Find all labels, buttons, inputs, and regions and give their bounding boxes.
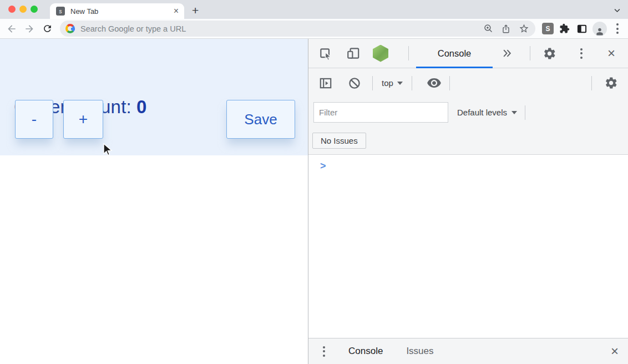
side-panel-icon[interactable] — [575, 21, 589, 37]
extension-badge[interactable]: S — [542, 23, 554, 34]
clear-console-icon[interactable] — [347, 75, 362, 91]
filter-input[interactable] — [313, 102, 448, 123]
tab-title: New Tab — [70, 7, 174, 16]
tab-strip: s New Tab × + — [0, 0, 628, 19]
drawer-tab-console[interactable]: Console — [348, 346, 383, 357]
more-tabs-icon[interactable] — [499, 46, 515, 61]
filter-row: Default levels — [313, 102, 628, 123]
devtools-drawer: Console Issues × — [308, 338, 628, 364]
browser-tab[interactable]: s New Tab × — [50, 3, 184, 19]
increment-button[interactable]: + — [63, 100, 103, 139]
chevron-down-icon[interactable] — [613, 6, 621, 17]
console-toolbar: top Defaul — [308, 68, 628, 155]
node-icon[interactable] — [373, 46, 388, 61]
browser-toolbar: S — [0, 19, 628, 39]
browser-menu-kebab-icon[interactable] — [610, 21, 625, 37]
divider — [591, 76, 592, 90]
divider — [449, 76, 450, 90]
console-prompt-icon[interactable]: > — [320, 160, 326, 172]
log-levels-label: Default levels — [457, 108, 507, 117]
divider — [408, 46, 409, 60]
mouse-cursor — [103, 143, 113, 159]
eye-icon[interactable] — [427, 75, 442, 91]
drawer-menu-kebab-icon[interactable] — [323, 346, 325, 357]
drawer-close-icon[interactable]: × — [611, 345, 619, 358]
active-tab-underline — [416, 67, 493, 68]
tab-favicon: s — [56, 7, 65, 16]
save-button[interactable]: Save — [226, 100, 295, 139]
profile-icon[interactable] — [592, 21, 607, 37]
divider — [530, 46, 530, 60]
tab-console-label: Console — [438, 48, 472, 59]
count-value: 0 — [136, 97, 147, 117]
new-tab-button[interactable]: + — [192, 4, 199, 16]
decrement-button[interactable]: - — [15, 100, 53, 139]
counter-panel: Current count:0 - + Save — [0, 39, 308, 155]
address-input[interactable] — [80, 24, 478, 33]
chevron-down-icon — [397, 82, 403, 85]
close-window-light[interactable] — [8, 6, 16, 13]
log-levels-dropdown[interactable]: Default levels — [457, 108, 517, 117]
devtools-panel: Console × — [308, 39, 628, 364]
avatar — [592, 22, 607, 36]
devtools-tabbar: Console × — [308, 39, 628, 68]
star-icon[interactable] — [516, 22, 531, 36]
console-toolbar-row: top — [308, 68, 628, 98]
puzzle-icon[interactable] — [557, 21, 571, 37]
forward-icon[interactable] — [22, 21, 37, 37]
content-area: Current count:0 - + Save — [0, 39, 628, 364]
no-issues-button[interactable]: No Issues — [312, 133, 366, 149]
context-selector[interactable]: top — [382, 78, 403, 88]
tab-console[interactable]: Console — [416, 39, 493, 68]
omnibox[interactable] — [60, 21, 535, 37]
divider — [525, 105, 525, 120]
zoom-in-icon[interactable] — [481, 22, 495, 36]
device-toolbar-icon[interactable] — [346, 46, 361, 61]
console-output[interactable]: > — [308, 155, 628, 338]
tab-close-icon[interactable]: × — [174, 7, 179, 16]
reload-icon[interactable] — [40, 21, 54, 37]
traffic-lights — [8, 6, 38, 13]
google-g-icon — [65, 24, 75, 33]
chevron-down-icon — [511, 111, 517, 114]
back-icon[interactable] — [4, 21, 19, 37]
share-icon[interactable] — [499, 22, 513, 36]
browser-window: s New Tab × + — [0, 0, 628, 364]
console-settings-gear-icon[interactable] — [603, 75, 619, 91]
web-page: Current count:0 - + Save — [0, 39, 308, 364]
minimize-window-light[interactable] — [19, 6, 27, 13]
drawer-tab-issues[interactable]: Issues — [406, 346, 433, 357]
context-label: top — [382, 78, 393, 88]
divider — [412, 76, 412, 90]
devtools-menu-kebab-icon[interactable] — [574, 46, 589, 61]
devtools-close-icon[interactable]: × — [604, 46, 619, 61]
settings-gear-icon[interactable] — [541, 46, 557, 61]
inspect-icon[interactable] — [318, 46, 333, 61]
issues-row: No Issues — [312, 133, 628, 149]
sidebar-toggle-icon[interactable] — [318, 75, 333, 91]
maximize-window-light[interactable] — [31, 6, 38, 13]
divider — [372, 76, 373, 90]
